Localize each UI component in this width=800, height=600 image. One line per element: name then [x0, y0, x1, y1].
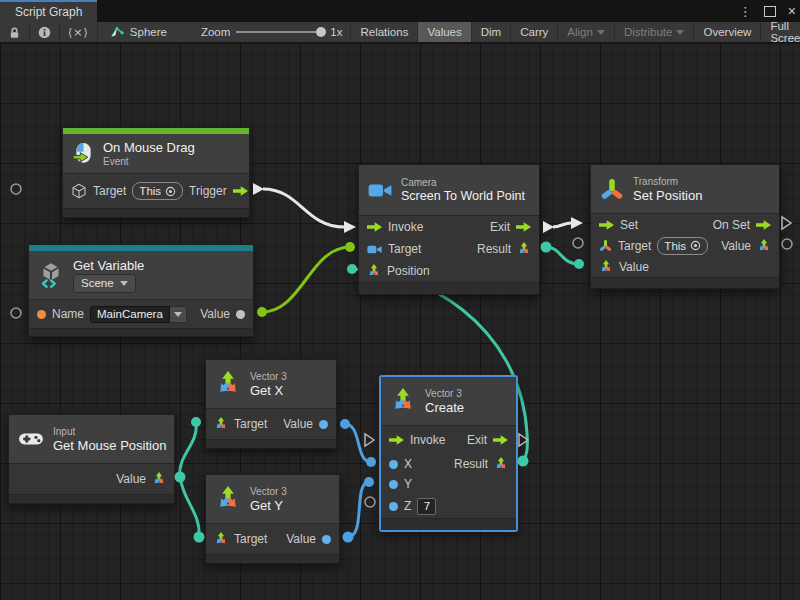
- node-caption: Camera: [401, 177, 525, 188]
- window-menu-icon[interactable]: ⋮: [739, 5, 752, 18]
- vector3-icon: [215, 371, 241, 397]
- graph-toolbar: ⟨×⟩ Sphere Zoom 1x Relations Values Dim …: [0, 22, 800, 43]
- z-input-port[interactable]: [389, 502, 398, 511]
- toolbar-button-distribute[interactable]: Distribute: [615, 22, 695, 42]
- node-vector3-create[interactable]: Vector 3 Create Invoke Exit X Result Y: [380, 376, 517, 531]
- port-label-value: Value: [283, 417, 313, 431]
- port-label-result: Result: [454, 457, 488, 471]
- wire-gety-to-create-y[interactable]: [348, 482, 369, 537]
- toolbar-button-values[interactable]: Values: [418, 22, 471, 42]
- toolbar-button-dim[interactable]: Dim: [472, 22, 511, 42]
- graph-breadcrumb[interactable]: Sphere: [98, 22, 175, 42]
- value-output-port[interactable]: [319, 420, 328, 429]
- toolbar-button-overview[interactable]: Overview: [694, 22, 761, 42]
- node-get-mouse-position[interactable]: Input Get Mouse Position Value: [8, 414, 175, 504]
- port-label-value-in: Value: [619, 260, 649, 274]
- port-label-invoke: Invoke: [388, 220, 423, 234]
- vector3-port-icon[interactable]: [599, 260, 613, 274]
- scope-icon: [690, 240, 701, 251]
- node-get-variable[interactable]: Get Variable Scene Name MainCamera Value: [28, 244, 254, 337]
- vector3-port-icon[interactable]: [214, 417, 228, 431]
- gamepad-icon: [18, 430, 44, 448]
- vector3-port-icon[interactable]: [494, 457, 508, 471]
- port-label-target: Target: [388, 242, 421, 256]
- zoom-control: Zoom 1x: [175, 22, 352, 42]
- vector3-port-icon[interactable]: [757, 239, 771, 253]
- flow-out-port[interactable]: [233, 186, 248, 196]
- wire-mouse-to-getx[interactable]: [180, 422, 197, 477]
- node-screen-to-world-point[interactable]: Camera Screen To World Point Invoke Exit…: [358, 164, 540, 295]
- node-title: Set Position: [633, 188, 702, 203]
- node-caption: Vector 3: [425, 388, 464, 399]
- close-icon[interactable]: ×: [788, 4, 796, 18]
- port-label-invoke: Invoke: [410, 433, 445, 447]
- flow-out-port[interactable]: [493, 435, 508, 445]
- flow-out-port[interactable]: [516, 222, 531, 232]
- wire-mouse-to-gety[interactable]: [180, 477, 199, 537]
- port-label-target: Target: [234, 532, 267, 546]
- node-set-position[interactable]: Transform Set Position Set On Set Target…: [590, 164, 780, 289]
- vector3-port-icon[interactable]: [367, 264, 381, 278]
- flow-in-port[interactable]: [389, 435, 404, 445]
- z-value-field[interactable]: 7: [417, 498, 436, 515]
- value-output-port[interactable]: [322, 535, 331, 544]
- y-input-port[interactable]: [389, 480, 398, 489]
- wire-getx-to-create-x[interactable]: [345, 424, 371, 462]
- flow-out-port[interactable]: [756, 220, 771, 230]
- toolbar-button-relations[interactable]: Relations: [351, 22, 418, 42]
- node-title: Create: [425, 400, 464, 415]
- maximize-icon[interactable]: [764, 6, 776, 17]
- flow-in-port[interactable]: [599, 220, 614, 230]
- port-label-x: X: [404, 457, 412, 471]
- lock-button[interactable]: [0, 22, 30, 42]
- zoom-value: 1x: [330, 26, 342, 38]
- inspect-button[interactable]: [30, 22, 60, 42]
- wire-result-to-value[interactable]: [546, 247, 579, 264]
- vector3-port-icon[interactable]: [517, 242, 531, 256]
- camera-port-icon[interactable]: [367, 244, 382, 255]
- edit-graph-button[interactable]: ⟨×⟩: [60, 22, 98, 42]
- toolbar-button-align[interactable]: Align: [558, 22, 615, 42]
- port-label-target: Target: [93, 184, 126, 198]
- tab-script-graph[interactable]: Script Graph: [0, 0, 97, 22]
- x-input-port[interactable]: [389, 460, 398, 469]
- zoom-slider[interactable]: [236, 31, 324, 33]
- vector3-icon: [390, 388, 416, 414]
- port-label-position: Position: [387, 264, 430, 278]
- dropdown-caret-icon: [174, 312, 182, 317]
- transform-port-icon[interactable]: [599, 239, 612, 252]
- dropdown-caret-icon: [676, 30, 684, 35]
- port-label-value: Value: [286, 532, 316, 546]
- variable-name-field[interactable]: MainCamera: [90, 306, 187, 323]
- name-input-port[interactable]: [37, 310, 46, 319]
- toolbar-button-carry[interactable]: Carry: [511, 22, 558, 42]
- flow-in-port[interactable]: [367, 222, 382, 232]
- vector3-icon: [215, 486, 241, 512]
- node-on-mouse-drag[interactable]: On Mouse Drag Event Target This Trigger: [62, 127, 250, 218]
- port-label-value-out: Value: [721, 239, 751, 253]
- wire-variable-to-target[interactable]: [262, 247, 350, 312]
- node-caption: Vector 3: [250, 371, 287, 382]
- port-label-exit: Exit: [467, 433, 487, 447]
- wire-exit-to-set[interactable]: [553, 223, 571, 227]
- node-get-y[interactable]: Vector 3 Get Y Target Value: [205, 474, 340, 564]
- variable-scope-dropdown[interactable]: Scene: [73, 274, 136, 293]
- camera-icon: [368, 182, 392, 199]
- port-label-target: Target: [618, 239, 651, 253]
- vector3-port-icon[interactable]: [214, 532, 228, 546]
- dropdown-caret-icon: [597, 30, 605, 35]
- zoom-slider-handle[interactable]: [316, 27, 326, 37]
- node-get-x[interactable]: Vector 3 Get X Target Value: [205, 359, 337, 449]
- vector3-port-icon[interactable]: [152, 472, 166, 486]
- node-title: Get Y: [250, 498, 287, 513]
- value-output-port[interactable]: [236, 310, 245, 319]
- this-chip[interactable]: This: [132, 182, 183, 200]
- wire-trigger-to-invoke[interactable]: [263, 189, 344, 227]
- variable-name-dropdown[interactable]: [170, 306, 187, 323]
- this-chip[interactable]: This: [657, 237, 708, 255]
- unity-variable-icon: [38, 261, 64, 289]
- node-caption: Vector 3: [250, 486, 287, 497]
- node-title: Get Variable: [73, 258, 144, 273]
- toolbar-button-fullscreen[interactable]: Full Screen: [761, 22, 800, 42]
- graph-canvas[interactable]: On Mouse Drag Event Target This Trigger …: [0, 43, 800, 600]
